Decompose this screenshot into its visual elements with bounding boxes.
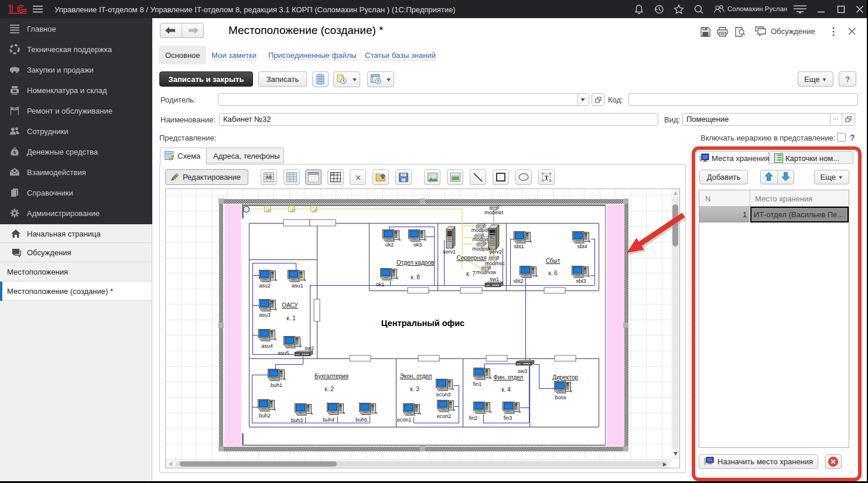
svg-text:Серверная: Серверная [456, 255, 486, 261]
svg-text:buh5: buh5 [356, 417, 367, 423]
svg-text:fin2: fin2 [469, 415, 478, 421]
svg-text:Отдел кадров: Отдел кадров [397, 259, 434, 266]
svg-text:sbt4: sbt4 [577, 244, 587, 249]
svg-text:к. 7: к. 7 [466, 270, 476, 277]
svg-text:buh3: buh3 [291, 417, 303, 423]
svg-text:Фин. отдел: Фин. отдел [494, 374, 524, 381]
svg-text:modinet: modinet [484, 210, 504, 215]
svg-text:modmsc: modmsc [485, 261, 505, 266]
svg-text:serv2: serv2 [489, 249, 502, 255]
svg-text:Экон. отдел: Экон. отдел [400, 373, 432, 379]
svg-text:modpit: modpit [472, 237, 488, 242]
svg-text:asu4: asu4 [261, 343, 273, 349]
svg-text:Директор: Директор [552, 374, 578, 381]
svg-text:$: $ [13, 150, 16, 155]
svg-text:T: T [545, 174, 549, 181]
svg-text:asu5: asu5 [278, 350, 289, 356]
svg-text:к. 3: к. 3 [410, 386, 419, 392]
svg-text:sw2: sw2 [305, 345, 314, 351]
svg-text:boss: boss [555, 395, 566, 400]
svg-text:asu1: asu1 [292, 283, 303, 289]
svg-text:ok2: ok2 [385, 242, 394, 248]
svg-text:asu2: asu2 [259, 283, 271, 289]
svg-text:sw1: sw1 [490, 276, 499, 282]
svg-text:sbt1: sbt1 [514, 244, 524, 249]
svg-text:к. 6: к. 6 [548, 270, 558, 276]
svg-text:ok3: ok3 [414, 242, 422, 248]
svg-text:к. 1: к. 1 [286, 315, 296, 321]
svg-text:к. 2: к. 2 [324, 386, 334, 392]
svg-text:Сбыт: Сбыт [546, 258, 561, 264]
svg-text:fin3: fin3 [504, 415, 512, 421]
svg-text:к. 4: к. 4 [501, 386, 511, 393]
svg-text:ОАСУ: ОАСУ [282, 302, 298, 309]
svg-text:asu3: asu3 [259, 312, 271, 318]
svg-text:к. 8: к. 8 [411, 274, 420, 280]
svg-text:modnow: modnow [476, 269, 497, 275]
svg-text:ok1: ok1 [376, 282, 385, 287]
svg-text:sbt2: sbt2 [513, 278, 523, 284]
svg-text:econ1: econ1 [397, 417, 412, 423]
svg-text:fin1: fin1 [473, 381, 482, 387]
svg-text:serv1: serv1 [443, 249, 456, 255]
svg-text:buh2: buh2 [259, 413, 271, 419]
svg-text:Центральный офис: Центральный офис [381, 318, 464, 328]
svg-text:econ2: econ2 [437, 413, 452, 419]
svg-text:buh4: buh4 [323, 417, 334, 423]
svg-text:buh1: buh1 [271, 382, 282, 388]
svg-text:Бухгалтерия: Бухгалтерия [315, 373, 348, 379]
svg-text:sbt3: sbt3 [576, 278, 586, 284]
svg-text:modpsk: modpsk [472, 246, 491, 252]
svg-text:econ3: econ3 [436, 392, 451, 398]
svg-text:АВ: АВ [266, 175, 272, 179]
svg-text:modpor: modpor [471, 227, 490, 233]
svg-text:sw3: sw3 [518, 368, 527, 374]
